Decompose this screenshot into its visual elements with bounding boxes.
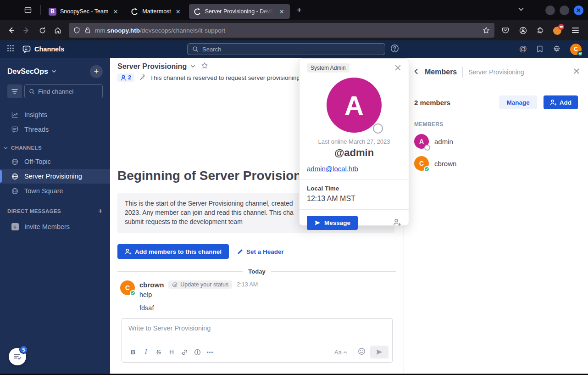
- add-to-channel-button[interactable]: [393, 218, 401, 228]
- set-header-button[interactable]: Set a Header: [237, 248, 284, 255]
- back-arrow-icon: [7, 27, 15, 34]
- person-plus-icon: [125, 248, 132, 255]
- product-switcher-button[interactable]: [7, 45, 14, 54]
- message-button[interactable]: Message: [307, 216, 358, 230]
- forward-button[interactable]: [19, 23, 34, 37]
- add-direct-message-button[interactable]: +: [98, 207, 103, 216]
- invite-plus-icon: +: [11, 223, 19, 230]
- firefox-view-button[interactable]: [20, 3, 36, 17]
- tab-close-icon[interactable]: ✕: [112, 9, 119, 15]
- list-all-tabs-button[interactable]: [518, 6, 524, 14]
- link-button[interactable]: [178, 346, 191, 358]
- back-button[interactable]: [4, 23, 18, 37]
- window-minimize-button[interactable]: [545, 6, 555, 15]
- members-panel: Members Server Provisioning 2 members Ma…: [404, 58, 588, 375]
- emoji-button[interactable]: [358, 347, 366, 357]
- find-channel-input[interactable]: Find channel: [24, 84, 103, 98]
- team-name[interactable]: DevSecOps: [7, 67, 48, 76]
- send-button[interactable]: [370, 346, 388, 358]
- home-button[interactable]: [50, 23, 65, 37]
- favorite-star-icon[interactable]: [201, 62, 208, 71]
- post-author-avatar[interactable]: C: [120, 280, 135, 295]
- composer-area: Write to Server Provisioning B I S H •••…: [110, 314, 404, 375]
- offline-status-badge: [424, 145, 430, 151]
- more-formatting-button[interactable]: •••: [204, 346, 216, 358]
- heading-button[interactable]: H: [165, 346, 178, 358]
- channels-category[interactable]: CHANNELS: [0, 137, 110, 154]
- back-button[interactable]: [413, 68, 419, 76]
- close-icon: [394, 64, 401, 71]
- strikethrough-button[interactable]: S: [152, 346, 165, 358]
- saved-posts-button[interactable]: [536, 45, 544, 53]
- add-members-button[interactable]: Add members to this channel: [117, 244, 229, 259]
- tab-close-icon[interactable]: ✕: [278, 9, 285, 15]
- pinned-posts-button[interactable]: [139, 73, 145, 82]
- tab-close-icon[interactable]: ✕: [175, 9, 182, 15]
- sidebar-item-insights[interactable]: Insights: [0, 107, 110, 122]
- date-divider-label[interactable]: Today: [248, 268, 265, 275]
- url-bar[interactable]: mm.snoopy.htb/devsecops/channels/it-supp…: [69, 23, 494, 38]
- sidebar-channel-town-square[interactable]: Town Square: [0, 184, 110, 198]
- grid-icon: [7, 45, 14, 52]
- add-members-label: Add members to this channel: [135, 248, 222, 255]
- insecure-lock-icon[interactable]: [84, 27, 91, 34]
- link-icon: [181, 349, 188, 356]
- browser-window: B SnoopySec - Team ✕ Mattermost ✕ Server…: [0, 0, 588, 375]
- help-button[interactable]: [390, 44, 399, 55]
- sidebar-channel-off-topic[interactable]: Off-Topic: [0, 154, 110, 169]
- tab-separator: [40, 5, 41, 15]
- format-toggle-button[interactable]: Aa: [332, 349, 350, 356]
- team-header[interactable]: DevSecOps +: [0, 58, 110, 84]
- chevron-down-icon: [518, 6, 524, 12]
- new-tab-button[interactable]: +: [291, 5, 307, 15]
- sidebar-item-invite-members[interactable]: + Invite Members: [0, 219, 110, 234]
- search-input[interactable]: Search: [187, 43, 385, 55]
- channel-title[interactable]: Server Provisioning: [117, 62, 187, 71]
- profile-email-link[interactable]: admin@local.htb: [307, 165, 401, 173]
- sidebar-channel-server-provisioning[interactable]: Server Provisioning: [0, 169, 110, 184]
- message-input[interactable]: Write to Server Provisioning: [122, 319, 392, 344]
- direct-messages-category[interactable]: DIRECT MESSAGES +: [0, 198, 110, 219]
- user-avatar[interactable]: C: [570, 44, 582, 55]
- tab-snoopysec[interactable]: B SnoopySec - Team ✕: [44, 4, 123, 19]
- url-text[interactable]: mm.snoopy.htb/devsecops/channels/it-supp…: [95, 27, 479, 34]
- settings-gear-button[interactable]: [553, 45, 561, 53]
- chevron-down-icon: [4, 146, 8, 150]
- mentions-button[interactable]: @: [519, 45, 527, 54]
- bookmark-star-icon[interactable]: [483, 27, 490, 34]
- pocket-button[interactable]: [498, 23, 513, 37]
- tab-mattermost[interactable]: Mattermost ✕: [126, 4, 186, 19]
- reload-button[interactable]: [35, 23, 50, 37]
- italic-button[interactable]: I: [139, 346, 152, 358]
- channel-members-button[interactable]: 2: [117, 73, 134, 82]
- manage-members-button[interactable]: Manage: [499, 95, 537, 109]
- post-author-name[interactable]: cbrown: [139, 281, 164, 289]
- foxyproxy-button[interactable]: [550, 23, 565, 37]
- chevron-down-icon[interactable]: [190, 62, 195, 71]
- member-row-admin[interactable]: A admin: [404, 130, 588, 152]
- local-time-label: Local Time: [307, 185, 401, 192]
- update-status-chip[interactable]: Update your status: [168, 280, 232, 289]
- add-member-button[interactable]: Add: [544, 95, 578, 109]
- tab-server-provisioning[interactable]: Server Provisioning - DevSecOps ✕: [189, 4, 290, 19]
- sidebar-item-threads[interactable]: Threads: [0, 122, 110, 137]
- close-popover-button[interactable]: [393, 63, 403, 74]
- add-channel-button[interactable]: +: [90, 65, 103, 78]
- bold-button[interactable]: B: [127, 346, 139, 358]
- window-controls: ✕: [545, 6, 583, 15]
- profile-avatar: A: [327, 78, 382, 133]
- message-priority-button[interactable]: [191, 346, 204, 358]
- channel-filter-button[interactable]: [7, 84, 22, 98]
- extensions-button[interactable]: [533, 23, 548, 37]
- window-close-button[interactable]: ✕: [574, 6, 583, 15]
- message-composer[interactable]: Write to Server Provisioning B I S H •••…: [122, 318, 393, 363]
- profile-username: @admin: [300, 147, 409, 159]
- url-subdomain: mm.: [95, 27, 107, 34]
- close-panel-button[interactable]: [573, 68, 580, 76]
- window-maximize-button[interactable]: [560, 6, 569, 15]
- menu-button[interactable]: [568, 23, 582, 37]
- member-row-cbrown[interactable]: C cbrown: [404, 152, 588, 174]
- tracking-protection-shield-icon[interactable]: [73, 27, 80, 34]
- search-icon: [29, 89, 35, 95]
- account-button[interactable]: [516, 23, 530, 37]
